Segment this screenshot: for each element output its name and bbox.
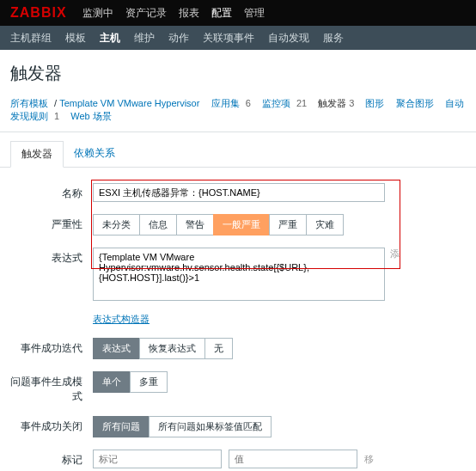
bc-items[interactable]: 监控项	[262, 98, 290, 108]
subnav-actions[interactable]: 动作	[168, 31, 189, 46]
subnav-hostgroups[interactable]: 主机群组	[10, 31, 52, 46]
expr-label: 表达式	[10, 248, 93, 266]
sev-high[interactable]: 严重	[269, 214, 307, 236]
sev-disaster[interactable]: 灾难	[306, 214, 344, 236]
sev-average[interactable]: 一般严重	[213, 214, 270, 236]
add-hint[interactable]: 添	[390, 248, 400, 301]
sev-unclassified[interactable]: 未分类	[93, 214, 140, 236]
subnav-maintenance[interactable]: 维护	[134, 31, 155, 46]
tab-dependencies[interactable]: 依赖关系	[64, 141, 125, 167]
ok-close-label: 事件成功关闭	[10, 416, 93, 434]
bc-items-count: 21	[296, 98, 307, 108]
name-label: 名称	[10, 183, 93, 201]
iter-recovery[interactable]: 恢复表达式	[139, 338, 205, 359]
close-tagmatch[interactable]: 所有问题如果标签值匹配	[149, 416, 272, 437]
name-input[interactable]	[93, 183, 385, 202]
event-iter-label: 事件成功迭代	[10, 338, 93, 356]
severity-label: 严重性	[10, 214, 93, 232]
subnav-services[interactable]: 服务	[323, 31, 344, 46]
subnav-discovery[interactable]: 自动发现	[268, 31, 309, 46]
bc-graphs[interactable]: 图形	[365, 98, 384, 108]
top-bar: ZABBIX 监测中 资产记录 报表 配置 管理	[0, 0, 476, 26]
topnav-admin[interactable]: 管理	[244, 6, 265, 21]
topnav-monitor[interactable]: 监测中	[82, 6, 113, 21]
iter-none[interactable]: 无	[204, 338, 233, 359]
bc-triggers-count: 3	[349, 98, 354, 108]
remove-hint[interactable]: 移	[364, 453, 374, 466]
sev-warning[interactable]: 警告	[176, 214, 214, 236]
bc-all-templates[interactable]: 所有模板	[10, 98, 48, 108]
bc-triggers: 触发器	[318, 98, 346, 108]
top-nav: 监测中 资产记录 报表 配置 管理	[82, 6, 265, 21]
problem-mode-label: 问题事件生成模式	[10, 371, 93, 404]
close-all[interactable]: 所有问题	[93, 416, 150, 437]
logo: ZABBIX	[10, 5, 67, 21]
bc-discovery-count: 1	[54, 111, 59, 121]
topnav-inventory[interactable]: 资产记录	[125, 6, 167, 21]
mode-multiple[interactable]: 多重	[130, 371, 168, 393]
iter-expr[interactable]: 表达式	[93, 338, 140, 359]
bc-screens[interactable]: 聚合图形	[396, 98, 434, 108]
trigger-form: 名称 严重性 未分类 信息 警告 一般严重 严重 灾难 表达式 添 表达式构造器…	[0, 168, 476, 471]
severity-group: 未分类 信息 警告 一般严重 严重 灾难	[93, 214, 466, 236]
topnav-reports[interactable]: 报表	[179, 6, 199, 21]
page-title: 触发器	[0, 50, 476, 94]
expr-textarea[interactable]	[93, 248, 385, 301]
bc-apps-count: 6	[246, 98, 251, 108]
tabs: 触发器 依赖关系	[0, 132, 476, 168]
expr-builder-link[interactable]: 表达式构造器	[93, 314, 150, 324]
tags-label: 标记	[10, 450, 93, 468]
subnav-correlation[interactable]: 关联项事件	[203, 31, 254, 46]
subnav-templates[interactable]: 模板	[65, 31, 86, 46]
breadcrumb: 所有模板 / Template VM VMware Hypervisor 应用集…	[0, 94, 476, 132]
tab-trigger[interactable]: 触发器	[10, 141, 64, 168]
topnav-config[interactable]: 配置	[211, 6, 232, 21]
bc-template[interactable]: Template VM VMware Hypervisor	[59, 98, 199, 108]
bc-apps[interactable]: 应用集	[211, 98, 240, 108]
sub-bar: 主机群组 模板 主机 维护 动作 关联项事件 自动发现 服务	[0, 26, 476, 50]
tag-name-input[interactable]	[93, 450, 222, 468]
bc-web[interactable]: Web 场景	[70, 111, 111, 121]
tag-value-input[interactable]	[229, 450, 357, 468]
sev-info[interactable]: 信息	[139, 214, 177, 236]
subnav-hosts[interactable]: 主机	[100, 31, 120, 46]
mode-single[interactable]: 单个	[93, 371, 131, 393]
